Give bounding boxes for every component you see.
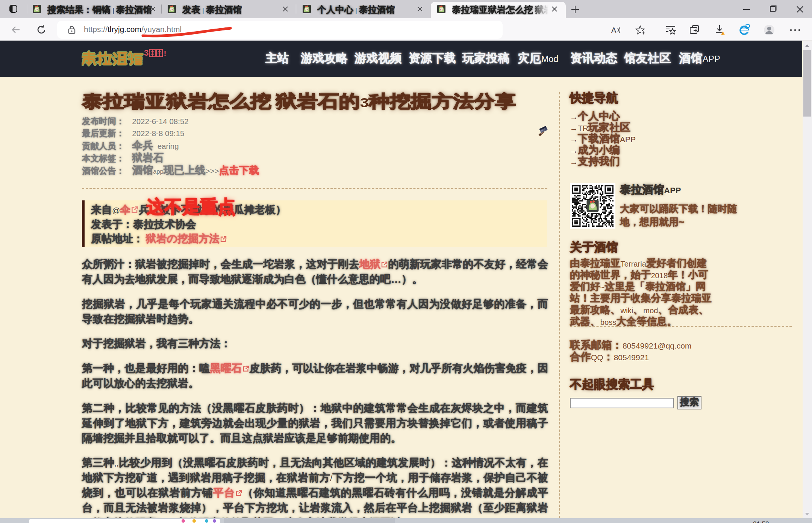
svg-text:A: A (611, 26, 617, 34)
svg-text:3: 3 (144, 48, 148, 58)
svg-text:!: ! (722, 32, 723, 35)
svg-text:!: ! (164, 49, 166, 58)
